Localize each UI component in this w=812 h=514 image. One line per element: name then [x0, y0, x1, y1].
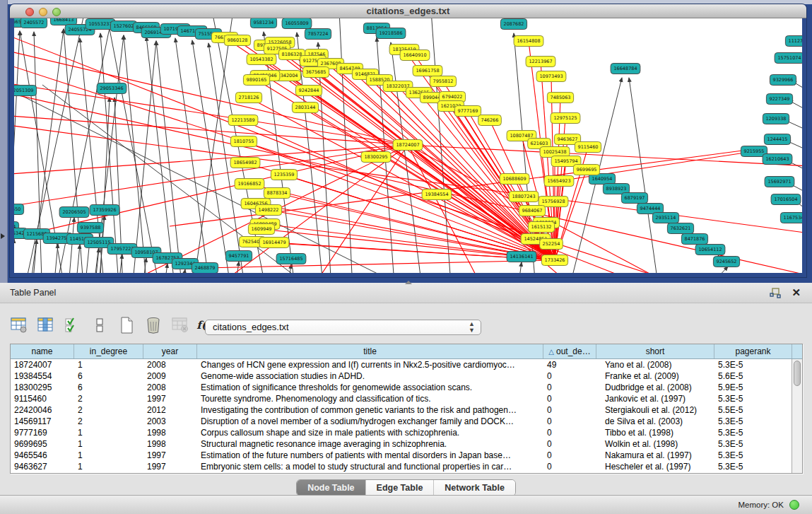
graph-node[interactable]: 15692971	[765, 177, 794, 187]
close-panel-icon[interactable]: ✕	[792, 286, 801, 299]
tab-node-table[interactable]: Node Table	[297, 480, 365, 496]
table-cell[interactable]: 5.3E-5	[714, 416, 792, 427]
tab-network-table[interactable]: Network Table	[434, 480, 515, 496]
table-cell[interactable]: Corpus callosum shape and size in male p…	[197, 427, 543, 438]
graph-node[interactable]: 15716485	[276, 254, 306, 264]
graph-node[interactable]: 746266	[478, 115, 502, 126]
graph-node[interactable]: 12975125	[551, 113, 580, 124]
column-header-pagerank[interactable]: pagerank	[714, 344, 792, 358]
table-cell[interactable]: Wolkin et al. (1998)	[596, 438, 714, 450]
table-cell[interactable]: 0	[543, 450, 596, 461]
table-cell[interactable]: 22420046	[11, 404, 74, 416]
graph-node[interactable]: 16914479	[259, 238, 289, 248]
table-cell[interactable]: 5.6E-5	[714, 370, 792, 382]
table-cell[interactable]: 5.3E-5	[714, 393, 792, 404]
graph-node[interactable]: 9457791	[225, 251, 252, 262]
table-cell[interactable]: 1	[74, 450, 143, 461]
table-cell[interactable]: 18724007	[11, 359, 74, 370]
table-row[interactable]: 1938455462009Genome-wide association stu…	[11, 370, 802, 382]
table-cell[interactable]: de Silva et al. (2003)	[596, 416, 714, 427]
graph-node[interactable]: 1209338	[763, 114, 789, 124]
graph-node[interactable]: 2803144	[292, 103, 318, 113]
table-cell[interactable]: 1997	[143, 450, 197, 461]
float-panel-icon[interactable]	[770, 288, 781, 298]
dock-collapse-icon[interactable]	[1, 233, 5, 239]
graph-node[interactable]: 9699695	[573, 165, 599, 175]
graph-node[interactable]: 17016504	[771, 194, 801, 205]
graph-node[interactable]: 9227349	[766, 94, 792, 105]
graph-node[interactable]: 2087682	[500, 19, 526, 30]
graph-node[interactable]: 2468879	[192, 263, 218, 274]
graph-node[interactable]: 9860128	[224, 35, 250, 46]
table-row[interactable]: 977716911998Corpus callosum shape and si…	[11, 427, 802, 438]
table-row[interactable]: 911546021997Tourette syndrome. Phenomeno…	[11, 393, 802, 404]
graph-node[interactable]: 1733426	[541, 255, 567, 266]
table-cell[interactable]: 1	[74, 438, 143, 450]
table-scrollbar[interactable]	[792, 359, 802, 473]
table-cell[interactable]: 1998	[143, 438, 197, 450]
graph-node[interactable]: 16210643	[763, 154, 792, 165]
table-cell[interactable]: Yano et al. (2008)	[596, 359, 714, 370]
graph-node[interactable]: 1810755	[230, 136, 257, 147]
graph-node[interactable]: 15654923	[544, 176, 574, 187]
graph-node[interactable]: 12213589	[228, 115, 258, 126]
graph-node[interactable]: 9777169	[454, 106, 481, 117]
graph-node[interactable]: 1244415	[764, 134, 790, 145]
table-cell[interactable]: 0	[543, 382, 596, 393]
graph-node[interactable]: 18807243	[509, 192, 539, 202]
graph-node[interactable]: 1112753	[785, 36, 802, 47]
table-cell[interactable]: 1998	[143, 427, 197, 438]
graph-node[interactable]: 10543382	[247, 54, 276, 65]
table-settings-icon[interactable]	[10, 316, 28, 334]
table-cell[interactable]: 19384554	[11, 370, 74, 382]
table-cell[interactable]: 9465546	[11, 450, 74, 461]
graph-node[interactable]: 17359926	[90, 205, 119, 216]
graph-node[interactable]: 9684067	[519, 206, 545, 216]
column-header-in_degree[interactable]: in_degree	[74, 344, 143, 358]
table-cell[interactable]: Embryonic stem cells: a model to study s…	[197, 461, 543, 472]
graph-node[interactable]: 7857224	[305, 29, 331, 40]
table-cell[interactable]: 2	[74, 416, 143, 427]
table-cell[interactable]: 1	[74, 427, 143, 438]
table-cell[interactable]: Disruption of a novel member of a sodium…	[197, 416, 543, 427]
table-cell[interactable]: 1997	[143, 461, 197, 472]
table-cell[interactable]: Structural magnetic resonance image aver…	[197, 438, 543, 450]
graph-node[interactable]: 252254	[540, 239, 563, 250]
graph-node[interactable]: 6879197	[621, 193, 647, 204]
graph-node[interactable]: 15751074	[775, 53, 802, 64]
table-cell[interactable]: Nakamura et al. (1997)	[596, 450, 714, 461]
graph-node[interactable]: 29053346	[97, 83, 126, 94]
graph-node[interactable]: 19384554	[422, 189, 452, 200]
graph-node[interactable]: 18724007	[393, 140, 423, 151]
column-header-short[interactable]: short	[596, 344, 714, 358]
table-cell[interactable]: 9463627	[11, 461, 74, 472]
graph-node[interactable]: 10688609	[500, 174, 529, 185]
network-window-titlebar[interactable]: citations_edges.txt	[10, 4, 806, 18]
table-cell[interactable]: 2	[74, 393, 143, 404]
table-cell[interactable]: Franke et al. (2009)	[596, 370, 714, 382]
table-row[interactable]: 946554611997Estimation of the future num…	[11, 450, 802, 461]
table-cell[interactable]: 5.3E-5	[714, 461, 792, 472]
table-cell[interactable]: 14569117	[11, 416, 74, 427]
rows-icon[interactable]	[90, 316, 109, 334]
table-cell[interactable]: Stergiakouli et al. (2012)	[596, 404, 714, 416]
graph-node[interactable]: 7955812	[430, 76, 456, 87]
graph-node[interactable]: 19218586	[376, 28, 406, 39]
scrollbar-thumb[interactable]	[794, 361, 801, 386]
graph-node[interactable]: 2520650	[14, 204, 24, 215]
table-cell[interactable]: 2008	[143, 382, 197, 393]
graph-node[interactable]: 7485063	[547, 93, 573, 103]
table-row[interactable]: 969969511998Structural magnetic resonanc…	[11, 438, 802, 450]
table-cell[interactable]: 1	[74, 461, 143, 472]
tab-edge-table[interactable]: Edge Table	[366, 480, 435, 496]
graph-node[interactable]: 8878334	[264, 188, 290, 199]
column-header-title[interactable]: title	[197, 344, 543, 358]
table-cell[interactable]: 6	[74, 382, 143, 393]
table-cell[interactable]: Estimation of the future numbers of pati…	[197, 450, 543, 461]
table-cell[interactable]: Investigating the contribution of common…	[197, 404, 543, 416]
table-cell[interactable]: 5.3E-5	[714, 427, 792, 438]
table-cell[interactable]: 5.3E-5	[714, 359, 792, 370]
table-cell[interactable]: Changes of HCN gene expression and I(f) …	[197, 359, 543, 370]
graph-node[interactable]: 9329966	[770, 75, 796, 86]
splitter-handle-icon[interactable]	[405, 281, 412, 284]
